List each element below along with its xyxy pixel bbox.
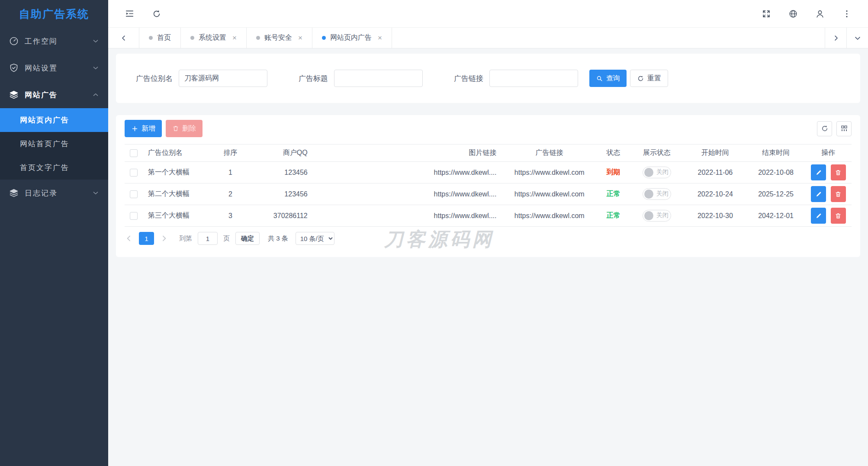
toggle-knob-icon bbox=[644, 168, 653, 177]
cell-ad-link: https://www.dkewl.com bbox=[502, 162, 597, 183]
cell-ad-slot-alias: 第三个大横幅 bbox=[143, 205, 204, 227]
col-start-time: 开始时间 bbox=[684, 145, 746, 162]
display-state-toggle[interactable]: 关闭 bbox=[643, 167, 671, 178]
page-unit-label: 页 bbox=[223, 235, 230, 243]
chevron-down-icon bbox=[92, 37, 100, 45]
table-panel: 新增 删除 bbox=[116, 115, 860, 257]
ad-link-label: 广告链接 bbox=[454, 74, 483, 84]
prev-page-button[interactable] bbox=[125, 234, 133, 243]
tabs-scroll-right-button[interactable] bbox=[825, 28, 846, 48]
delete-row-button[interactable] bbox=[831, 208, 846, 224]
edit-button[interactable] bbox=[811, 186, 826, 202]
row-checkbox[interactable] bbox=[130, 169, 138, 177]
dashboard-gauge-icon bbox=[9, 36, 19, 46]
delete-button[interactable]: 删除 bbox=[166, 120, 203, 137]
fullscreen-icon[interactable] bbox=[762, 9, 771, 19]
tabs-scroll-left-button[interactable] bbox=[108, 28, 139, 48]
cell-image-link: https://www.dkewl.... bbox=[313, 162, 502, 183]
column-settings-button[interactable] bbox=[836, 121, 852, 136]
query-button-label: 查询 bbox=[606, 74, 620, 83]
chevron-down-icon bbox=[92, 64, 100, 72]
display-state-toggle[interactable]: 关闭 bbox=[643, 188, 671, 200]
chevron-up-icon bbox=[92, 91, 100, 99]
delete-row-button[interactable] bbox=[831, 186, 846, 202]
tab-dot-icon bbox=[322, 36, 326, 40]
delete-trash-icon bbox=[835, 169, 842, 176]
tab-close-icon[interactable]: × bbox=[378, 34, 382, 42]
ad-slot-alias-input[interactable] bbox=[179, 70, 267, 87]
toggle-knob-icon bbox=[644, 211, 653, 220]
chevron-down-icon bbox=[92, 189, 100, 197]
cell-status: 到期 bbox=[597, 162, 630, 183]
sidebar-item-workspace[interactable]: 工作空间 bbox=[0, 28, 108, 55]
ad-link-input[interactable] bbox=[489, 70, 578, 87]
ad-title-input[interactable] bbox=[334, 70, 423, 87]
tab-close-icon[interactable]: × bbox=[232, 34, 237, 42]
sidebar-submenu-ads: 网站页内广告 网站首页广告 首页文字广告 bbox=[0, 108, 108, 180]
table-header-row: 广告位别名 排序 商户QQ 图片链接 广告链接 状态 展示状态 开始时间 结束时… bbox=[125, 145, 852, 162]
delete-row-button[interactable] bbox=[831, 164, 846, 180]
edit-pencil-icon bbox=[815, 212, 822, 219]
cell-order: 2 bbox=[204, 183, 256, 205]
add-button-label: 新增 bbox=[141, 124, 155, 133]
cell-merchant-qq: 123456 bbox=[257, 183, 313, 205]
sidebar-subitem-inpage-ads[interactable]: 网站页内广告 bbox=[0, 108, 108, 132]
sidebar-subitem-home-text-ads[interactable]: 首页文字广告 bbox=[0, 156, 108, 180]
globe-icon[interactable] bbox=[788, 9, 798, 19]
col-actions: 操作 bbox=[805, 145, 852, 162]
cell-image-link: https://www.dkewl.... bbox=[313, 183, 502, 205]
reset-button[interactable]: 重置 bbox=[630, 70, 668, 87]
add-button[interactable]: 新增 bbox=[125, 120, 162, 137]
tab-home[interactable]: 首页 bbox=[139, 28, 181, 48]
tab-dot-icon bbox=[190, 36, 194, 40]
plus-icon bbox=[131, 125, 138, 132]
table-refresh-button[interactable] bbox=[817, 121, 832, 136]
sidebar-subitem-homepage-ads[interactable]: 网站首页广告 bbox=[0, 132, 108, 156]
sidebar-item-site-ads[interactable]: 网站广告 bbox=[0, 81, 108, 108]
tab-close-icon[interactable]: × bbox=[298, 34, 302, 42]
cell-merchant-qq: 123456 bbox=[257, 162, 313, 183]
reset-button-label: 重置 bbox=[647, 74, 661, 83]
page-number-button[interactable]: 1 bbox=[139, 232, 154, 245]
cell-ad-slot-alias: 第二个大横幅 bbox=[143, 183, 204, 205]
edit-button[interactable] bbox=[811, 208, 826, 224]
edit-pencil-icon bbox=[815, 169, 822, 176]
tabs-menu-button[interactable] bbox=[846, 28, 868, 48]
more-vertical-icon[interactable] bbox=[842, 9, 852, 19]
tab-label: 账号安全 bbox=[264, 33, 292, 42]
query-button[interactable]: 查询 bbox=[589, 70, 627, 87]
col-ad-link: 广告链接 bbox=[502, 145, 597, 162]
tab-label: 网站页内广告 bbox=[330, 33, 372, 42]
table-row: 第三个大横幅 3 370286112 https://www.dkewl....… bbox=[125, 205, 852, 227]
select-all-checkbox[interactable] bbox=[130, 149, 138, 157]
delete-trash-icon bbox=[835, 212, 842, 219]
toggle-label: 关闭 bbox=[656, 212, 669, 219]
menu-fold-icon[interactable] bbox=[125, 9, 135, 19]
sidebar-item-logs[interactable]: 日志记录 bbox=[0, 180, 108, 206]
tab-inpage-ads[interactable]: 网站页内广告 × bbox=[312, 28, 392, 48]
goto-confirm-button[interactable]: 确定 bbox=[235, 232, 260, 245]
tab-account-security[interactable]: 账号安全 × bbox=[247, 28, 312, 48]
row-checkbox[interactable] bbox=[130, 190, 138, 198]
user-icon[interactable] bbox=[815, 9, 825, 19]
sidebar-item-site-settings[interactable]: 网站设置 bbox=[0, 55, 108, 81]
tab-label: 系统设置 bbox=[199, 33, 226, 42]
delete-trash-icon bbox=[835, 191, 842, 198]
goto-page-input[interactable] bbox=[198, 232, 218, 245]
search-icon bbox=[596, 75, 603, 82]
cell-status: 正常 bbox=[597, 205, 630, 227]
col-merchant-qq: 商户QQ bbox=[257, 145, 313, 162]
refresh-icon[interactable] bbox=[152, 9, 161, 19]
tab-system-settings[interactable]: 系统设置 × bbox=[181, 28, 247, 48]
next-page-button[interactable] bbox=[160, 234, 168, 243]
page-size-select[interactable]: 10 条/页 bbox=[296, 232, 334, 245]
cell-ad-slot-alias: 第一个大横幅 bbox=[143, 162, 204, 183]
col-end-time: 结束时间 bbox=[746, 145, 805, 162]
cell-end-time: 2022-10-08 bbox=[746, 162, 805, 183]
display-state-toggle[interactable]: 关闭 bbox=[643, 210, 671, 222]
cell-order: 1 bbox=[204, 162, 256, 183]
table-row: 第二个大横幅 2 123456 https://www.dkewl.... ht… bbox=[125, 183, 852, 205]
row-checkbox[interactable] bbox=[130, 212, 138, 220]
edit-button[interactable] bbox=[811, 164, 826, 180]
page-content: 广告位别名 广告标题 广告链接 查询 重置 bbox=[108, 48, 868, 466]
